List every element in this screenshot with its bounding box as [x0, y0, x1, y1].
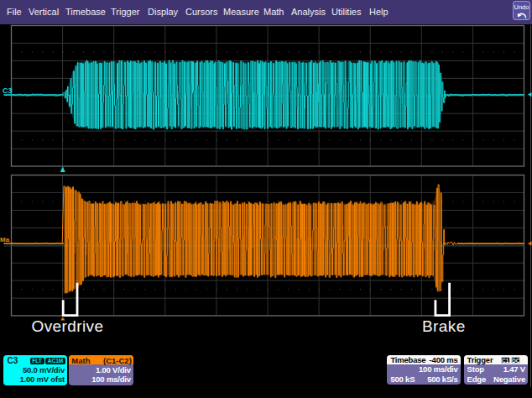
- svg-text:C3: C3: [3, 86, 13, 95]
- svg-text:Ma: Ma: [0, 236, 10, 244]
- svg-text:Overdrive: Overdrive: [32, 317, 104, 335]
- svg-text:Brake: Brake: [422, 317, 466, 335]
